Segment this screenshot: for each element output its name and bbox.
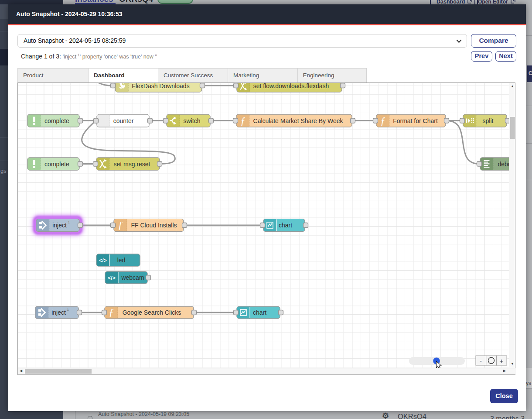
svg-text:ƒ: ƒ xyxy=(118,220,123,230)
svg-text:</>: </> xyxy=(99,258,106,264)
svg-text:+: + xyxy=(500,357,504,364)
svg-text:</>: </> xyxy=(108,275,115,281)
svg-text:counter: counter xyxy=(113,117,134,124)
svg-text:webcam: webcam xyxy=(121,274,144,281)
svg-text:ƒ: ƒ xyxy=(240,115,246,126)
svg-text:complete: complete xyxy=(44,117,69,124)
svg-text:Calculate Market Share By Week: Calculate Market Share By Week xyxy=(253,117,344,124)
svg-text:FlexDash Downloads: FlexDash Downloads xyxy=(132,83,189,89)
svg-text:1: 1 xyxy=(68,220,70,224)
svg-text:chart: chart xyxy=(279,222,292,229)
svg-text:inject: inject xyxy=(52,222,67,229)
svg-text:debug: debug xyxy=(498,161,510,168)
svg-text:ƒ: ƒ xyxy=(380,115,385,126)
svg-text:FF Cloud Installs: FF Cloud Installs xyxy=(131,222,177,229)
svg-text:led: led xyxy=(117,257,126,264)
svg-text:ƒ: ƒ xyxy=(109,307,114,318)
svg-text:1: 1 xyxy=(67,308,69,312)
svg-text:complete: complete xyxy=(44,161,69,168)
svg-text:switch: switch xyxy=(184,117,201,124)
svg-text:set flow.downloads.flexdash: set flow.downloads.flexdash xyxy=(253,83,329,89)
svg-text:inject: inject xyxy=(51,309,66,316)
svg-text:Google Search Clicks: Google Search Clicks xyxy=(123,309,181,316)
svg-text:split: split xyxy=(483,117,494,124)
svg-text:-: - xyxy=(480,357,482,364)
svg-text:chart: chart xyxy=(253,309,266,316)
svg-text:set msg.reset: set msg.reset xyxy=(113,161,150,168)
svg-text:Format for Chart: Format for Chart xyxy=(393,117,438,124)
